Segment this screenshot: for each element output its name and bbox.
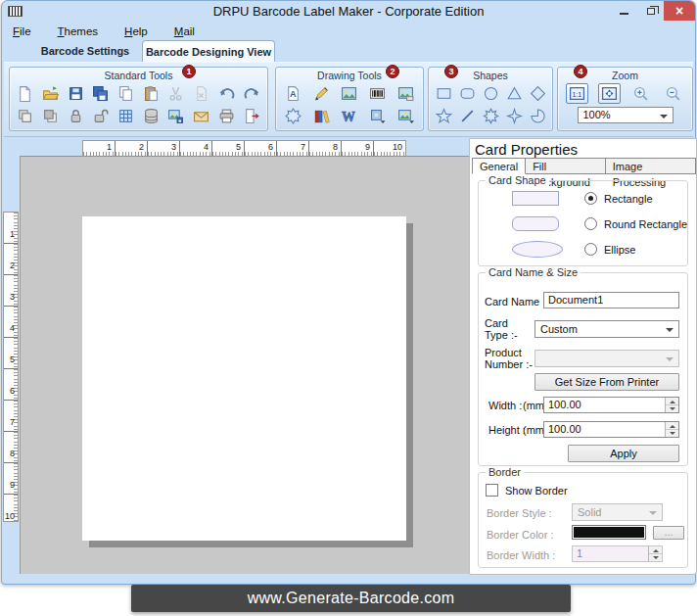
barcode-tool-icon: [369, 85, 386, 102]
spin-up-icon[interactable]: [666, 398, 678, 405]
email-button[interactable]: [190, 106, 212, 126]
get-size-from-printer-button[interactable]: Get Size From Printer: [534, 373, 679, 391]
actual-size-button[interactable]: 1:1: [566, 83, 588, 104]
view-tab-bar: Barcode SettingsBarcode Designing View: [2, 40, 695, 62]
border-color-swatch[interactable]: [572, 525, 646, 540]
delete-button[interactable]: [190, 83, 212, 104]
border-style-dropdown[interactable]: Solid: [572, 503, 663, 521]
h-ruler-tick-10: 10: [391, 142, 402, 152]
tab-barcode-designing-view[interactable]: Barcode Designing View: [142, 40, 275, 62]
v-ruler-tick-1: 1: [5, 229, 15, 239]
product-number-dropdown[interactable]: [534, 350, 679, 367]
spin-up-icon[interactable]: [649, 546, 662, 554]
apply-button[interactable]: Apply: [568, 445, 679, 462]
menu-file[interactable]: File: [10, 24, 34, 38]
card-artboard[interactable]: [82, 216, 406, 541]
border-color-picker-button[interactable]: ...: [653, 526, 684, 540]
menu-themes[interactable]: Themes: [55, 24, 102, 38]
database-icon: [143, 108, 160, 124]
image-tool-button[interactable]: [338, 83, 360, 104]
exit-button[interactable]: [241, 106, 263, 126]
undo-button[interactable]: [215, 83, 238, 104]
zoom-out-button[interactable]: [662, 83, 684, 104]
card-name-label: Card Name :: [485, 296, 545, 308]
shape-ellipse-button[interactable]: [480, 83, 502, 104]
tab-barcode-settings[interactable]: Barcode Settings: [31, 45, 139, 57]
card-shape-option-row: Round Rectangle: [479, 214, 687, 236]
menu-mail[interactable]: Mail: [171, 24, 198, 38]
height-stepper[interactable]: [665, 422, 678, 437]
close-button[interactable]: ×: [664, 1, 695, 21]
shape-rectangle-button[interactable]: [433, 83, 455, 104]
grid-icon: [117, 108, 134, 124]
lock-button[interactable]: [65, 106, 87, 126]
bring-to-front-button[interactable]: [14, 106, 36, 126]
card-name-input[interactable]: Document1: [543, 292, 679, 308]
database-button[interactable]: [140, 106, 163, 126]
wordart-tool-button[interactable]: W: [338, 106, 360, 126]
cut-button[interactable]: [164, 83, 187, 104]
minimize-button[interactable]: [611, 1, 637, 21]
open-file-button[interactable]: [39, 83, 62, 104]
save-all-button[interactable]: [89, 83, 112, 104]
shape-ellipse-icon: [483, 85, 499, 102]
shape-pie-button[interactable]: [527, 106, 549, 126]
clipart-tool-button[interactable]: [282, 106, 304, 126]
barcode-tool-button[interactable]: [366, 83, 389, 104]
new-document-button[interactable]: [14, 83, 36, 104]
print-button[interactable]: [215, 106, 238, 126]
gallery-tool-button[interactable]: [395, 106, 417, 126]
design-canvas[interactable]: [20, 156, 469, 574]
restore-button[interactable]: [637, 1, 664, 21]
send-to-back-button[interactable]: [39, 106, 62, 126]
spin-down-icon[interactable]: [649, 554, 662, 561]
library-tool-button[interactable]: [310, 106, 333, 126]
clipart-tool-icon: [285, 108, 302, 124]
grid-button[interactable]: [115, 106, 137, 126]
shape-triangle-button[interactable]: [503, 83, 526, 104]
card-type-dropdown[interactable]: Custom: [534, 320, 679, 338]
height-value: 100.00: [548, 423, 581, 435]
radio-round-rectangle[interactable]: [584, 217, 597, 230]
show-border-checkbox[interactable]: [486, 484, 498, 497]
redo-button[interactable]: [241, 83, 263, 104]
spin-down-icon[interactable]: [666, 405, 678, 412]
footer-banner[interactable]: www.Generate-Barcode.com: [131, 585, 571, 612]
title-bar[interactable]: DRPU Barcode Label Maker - Corporate Edi…: [2, 1, 695, 22]
toolbar-row: W: [276, 105, 423, 127]
toolbar-row: [429, 82, 552, 105]
border-width-input[interactable]: 1: [572, 545, 663, 562]
spin-down-icon[interactable]: [666, 430, 678, 437]
save-button[interactable]: [65, 83, 87, 104]
shape-star-button[interactable]: [433, 106, 455, 126]
open-file-icon: [42, 85, 59, 102]
zoom-level-select[interactable]: 100%: [578, 107, 674, 123]
pencil-tool-button[interactable]: [310, 83, 333, 104]
export-image-button[interactable]: [164, 106, 187, 126]
menu-help[interactable]: Help: [121, 24, 151, 38]
width-stepper[interactable]: [665, 398, 678, 412]
copy-button[interactable]: [115, 83, 137, 104]
shape-line-button[interactable]: [456, 106, 479, 126]
spin-up-icon[interactable]: [666, 422, 678, 430]
height-input[interactable]: 100.00: [543, 421, 679, 438]
border-width-stepper[interactable]: [648, 546, 662, 561]
shape-four-point-star-button[interactable]: [503, 106, 526, 126]
width-input[interactable]: 100.00: [543, 397, 679, 413]
shape-rounded-rectangle-button[interactable]: [456, 83, 479, 104]
panel-tab-image-processing[interactable]: Image Processing: [606, 158, 696, 174]
exit-icon: [244, 108, 260, 124]
text-tool-button[interactable]: A: [282, 83, 304, 104]
zoom-in-button[interactable]: [629, 83, 652, 104]
paste-button[interactable]: [140, 83, 163, 104]
shape-diamond-button[interactable]: [527, 83, 549, 104]
panel-tab-general[interactable]: General: [472, 158, 526, 174]
radio-rectangle[interactable]: [584, 192, 597, 205]
radio-ellipse[interactable]: [584, 243, 597, 256]
panel-tab-fill-background[interactable]: Fill Background: [526, 158, 606, 174]
frame-tool-button[interactable]: [366, 106, 389, 126]
shape-starburst-button[interactable]: [480, 106, 502, 126]
fit-to-window-button[interactable]: [598, 83, 621, 104]
picture-tool-button[interactable]: [395, 83, 417, 104]
unlock-button[interactable]: [89, 106, 112, 126]
